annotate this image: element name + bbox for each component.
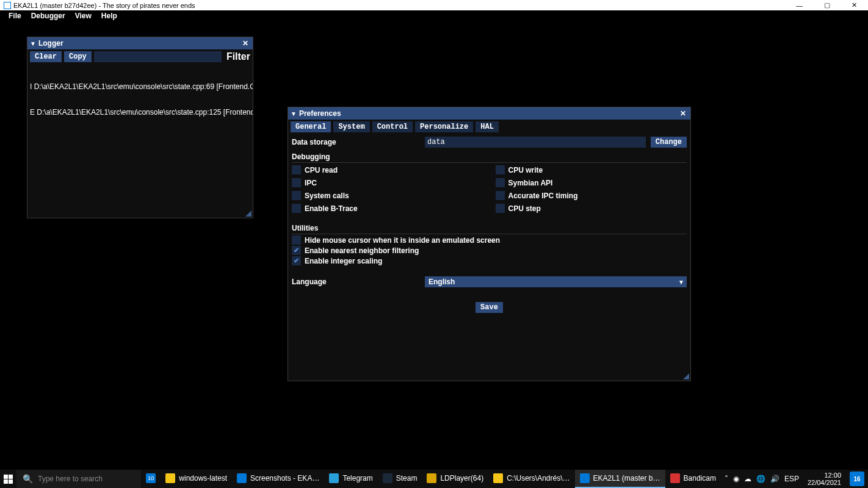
copy-button[interactable]: Copy (64, 51, 92, 62)
tray-network-icon[interactable]: 🌐 (756, 475, 765, 483)
label-ipc: IPC (305, 179, 317, 187)
taskbar-app[interactable]: LDPlayer(64) (422, 470, 488, 488)
label-cpu-write: CPU write (508, 166, 543, 174)
preferences-titlebar[interactable]: ▼ Preferences ✕ (288, 107, 690, 120)
taskbar-app[interactable]: Screenshots - EKA… (232, 470, 324, 488)
taskbar-app-label: C:\Users\Andrés\… (507, 474, 570, 483)
maximize-button[interactable]: ▢ (813, 0, 841, 10)
tab-system[interactable]: System (333, 121, 369, 132)
checkbox-cpu-step[interactable] (496, 204, 505, 213)
tab-personalize[interactable]: Personalize (415, 121, 473, 132)
clock-date: 22/04/2021 (808, 479, 841, 486)
menu-file[interactable]: File (4, 12, 26, 20)
menu-debugger[interactable]: Debugger (26, 12, 70, 20)
taskbar: 🔍 Type here to search 10 windows-latestS… (0, 470, 868, 488)
checkbox-nearest-filter[interactable] (292, 246, 301, 255)
task-view-button[interactable]: 10 (141, 470, 161, 488)
label-cpu-step: CPU step (508, 204, 541, 213)
tab-control[interactable]: Control (372, 121, 413, 132)
menu-help[interactable]: Help (96, 12, 122, 20)
clear-button[interactable]: Clear (30, 51, 62, 62)
app-icon (493, 473, 503, 483)
save-button[interactable]: Save (476, 302, 503, 313)
taskbar-clock[interactable]: 12:00 22/04/2021 (804, 472, 845, 486)
resize-grip-icon[interactable] (683, 373, 689, 379)
filter-input[interactable] (94, 51, 222, 62)
app-icon (427, 473, 436, 483)
app-icon (237, 473, 247, 483)
debugging-options: CPU read CPU write IPC Symbian API Syste… (292, 164, 687, 214)
app-icon (165, 473, 175, 483)
system-tray: ˄ ◉ ☁ 🌐 🔊 ESP 12:00 22/04/2021 16 (721, 472, 868, 486)
taskbar-app-label: Steam (396, 474, 418, 483)
label-nearest-filter: Enable nearest neighbor filtering (305, 246, 419, 255)
language-value: English (429, 278, 455, 286)
data-storage-label: Data storage (292, 138, 425, 146)
logger-close-icon[interactable]: ✕ (241, 39, 250, 48)
logger-title: Logger (38, 39, 241, 48)
taskbar-app[interactable]: EKA2L1 (master b… (575, 470, 665, 488)
tray-language[interactable]: ESP (784, 475, 799, 483)
window-titlebar: EKA2L1 (master b27d42ee) - The story of … (0, 0, 868, 10)
collapse-triangle-icon: ▼ (30, 40, 36, 47)
checkbox-ipc[interactable] (292, 178, 301, 187)
close-button[interactable]: ✕ (841, 0, 868, 10)
checkbox-cpu-write[interactable] (496, 165, 505, 174)
preferences-title: Preferences (299, 109, 678, 118)
taskbar-app[interactable]: Telegram (324, 470, 377, 488)
log-line: E D:\a\EKA2L1\EKA2L1\src\emu\console\src… (30, 108, 250, 117)
label-cpu-read: CPU read (305, 166, 338, 174)
logger-window: ▼ Logger ✕ Clear Copy Filter I D:\a\EKA2… (27, 37, 253, 218)
taskbar-app[interactable]: windows-latest (161, 470, 232, 488)
app-icon (329, 473, 339, 483)
checkbox-integer-scaling[interactable] (292, 256, 301, 265)
collapse-triangle-icon: ▼ (291, 110, 297, 117)
notification-center[interactable]: 16 (850, 472, 864, 486)
resize-grip-icon[interactable] (245, 210, 251, 217)
taskbar-app-label: Telegram (342, 474, 372, 483)
menu-view[interactable]: View (70, 12, 96, 20)
label-system-calls: System calls (305, 192, 349, 200)
taskbar-app-label: Bandicam (684, 474, 716, 483)
log-line: I D:\a\EKA2L1\EKA2L1\src\emu\console\src… (30, 82, 250, 91)
checkbox-enable-btrace[interactable] (292, 204, 301, 213)
app-icon (670, 473, 680, 483)
taskbar-search[interactable]: 🔍 Type here to search (16, 470, 141, 488)
taskbar-app[interactable]: C:\Users\Andrés\… (488, 470, 574, 488)
tray-location-icon[interactable]: ◉ (733, 475, 739, 483)
utilities-header: Utilities (292, 224, 687, 234)
app-icon (580, 473, 590, 483)
checkbox-symbian-api[interactable] (496, 178, 505, 187)
window-title: EKA2L1 (master b27d42ee) - The story of … (13, 2, 786, 9)
preferences-close-icon[interactable]: ✕ (678, 109, 688, 118)
label-enable-btrace: Enable B-Trace (305, 204, 358, 213)
tray-onedrive-icon[interactable]: ☁ (744, 475, 751, 483)
language-select[interactable]: English ▼ (425, 276, 687, 287)
taskbar-app[interactable]: Steam (378, 470, 422, 488)
clock-time: 12:00 (808, 472, 841, 479)
task-view-icon: 10 (146, 473, 156, 483)
tab-general[interactable]: General (291, 121, 331, 132)
app-icon (383, 473, 392, 483)
logger-titlebar[interactable]: ▼ Logger ✕ (27, 37, 253, 49)
app-canvas: ▼ Logger ✕ Clear Copy Filter I D:\a\EKA2… (0, 21, 868, 470)
checkbox-accurate-ipc[interactable] (496, 191, 505, 200)
tab-hal[interactable]: HAL (476, 121, 499, 132)
checkbox-hide-cursor[interactable] (292, 235, 301, 245)
search-placeholder: Type here to search (38, 475, 103, 483)
start-button[interactable] (0, 470, 16, 488)
label-hide-cursor: Hide mouse cursor when it is inside an e… (305, 236, 500, 245)
tray-volume-icon[interactable]: 🔊 (770, 475, 779, 483)
language-label: Language (292, 278, 425, 286)
checkbox-system-calls[interactable] (292, 191, 301, 200)
preferences-tabs: General System Control Personalize HAL (288, 120, 690, 132)
tray-chevron-icon[interactable]: ˄ (725, 475, 728, 483)
taskbar-app[interactable]: Bandicam (665, 470, 721, 488)
change-button[interactable]: Change (651, 137, 687, 148)
minimize-button[interactable]: — (786, 0, 813, 10)
menubar: File Debugger View Help (0, 10, 868, 21)
taskbar-app-label: EKA2L1 (master b… (593, 474, 660, 483)
log-output: I D:\a\EKA2L1\EKA2L1\src\emu\console\src… (27, 64, 253, 135)
data-storage-input[interactable] (425, 137, 646, 148)
checkbox-cpu-read[interactable] (292, 165, 301, 174)
